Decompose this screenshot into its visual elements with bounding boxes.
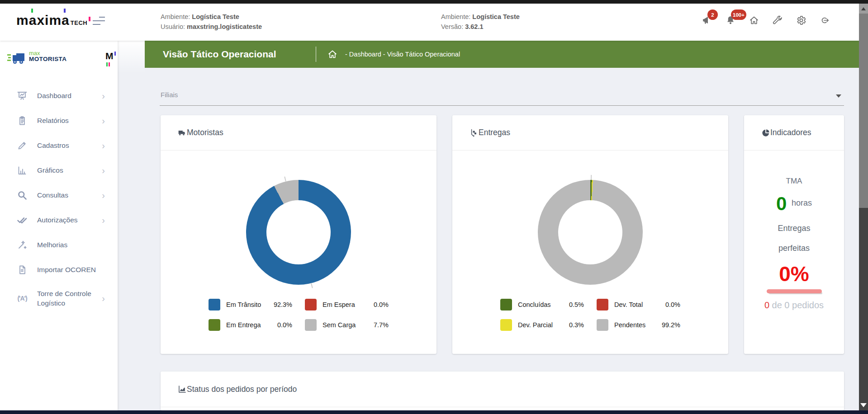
legend-swatch [209, 299, 220, 310]
search-icon [16, 189, 28, 201]
usuario-label: Usuário: [161, 23, 185, 30]
clipboard-icon [16, 115, 28, 127]
wrench-icon [772, 15, 783, 26]
filiais-select[interactable]: Filiais [160, 85, 844, 106]
sidebar-logo: max MOTORISTA M [0, 41, 118, 80]
scrollbar-thumb[interactable] [859, 14, 868, 208]
gear-icon [796, 15, 806, 26]
dropdown-caret-icon [836, 94, 841, 98]
scroll-down-arrow-icon[interactable] [860, 403, 867, 407]
indicadores-body: TMA 0 horas Entregas perfeitas 0% 0 de 0… [744, 151, 844, 310]
chevron-right-icon: › [102, 294, 105, 303]
breadcrumb: - Dashboard - Visão Tático Operacional [345, 51, 460, 58]
home-icon [749, 15, 759, 26]
entregas-title: Entregas [479, 128, 510, 137]
area-chart-icon [178, 385, 187, 394]
perfect-deliveries-percent: 0% [744, 263, 844, 284]
entregas-legend: Concluídas 0.5% Dev. Total 0.0% Dev. Par… [452, 299, 728, 331]
magic-wand-icon [16, 239, 28, 251]
chevron-right-icon: › [102, 116, 105, 125]
dashboard-icon [16, 90, 28, 102]
sidebar: max MOTORISTA M Dashboard › Relatórios ›… [0, 41, 118, 410]
content-gap [118, 41, 145, 73]
settings-button[interactable] [794, 14, 808, 27]
truck-icon [178, 128, 187, 137]
legend-item: Dev. Total 0.0% [597, 299, 680, 310]
chevron-right-icon: › [102, 191, 105, 200]
indicadores-title: Indicadores [770, 128, 811, 137]
legend-item: Em Espera 0.0% [305, 299, 389, 310]
environment-info-left: Ambiente: Logística Teste Usuário: maxst… [161, 12, 262, 32]
home-button[interactable] [747, 14, 761, 27]
indicadores-card-header: Indicadores [744, 115, 844, 151]
header-action-icons: 2 100+ [700, 14, 841, 27]
ambiente-label: Ambiente: [161, 13, 190, 20]
double-check-icon [16, 214, 28, 226]
sidebar-item-cadastros[interactable]: Cadastros › [0, 133, 118, 158]
sidebar-item-relatorios[interactable]: Relatórios › [0, 108, 118, 133]
motoristas-card: Motoristas Em Trânsito 92.3% Em Espera 0… [161, 115, 436, 354]
status-title: Status dos pedidos por período [187, 385, 297, 394]
donut-tick [591, 175, 592, 180]
orders-footer: 0 de 0 pedidos [744, 300, 844, 310]
announcements-badge: 2 [707, 9, 718, 20]
motoristas-legend: Em Trânsito 92.3% Em Espera 0.0% Em Entr… [161, 299, 436, 331]
sidebar-item-torre-de-controle[interactable]: ('A') Torre de Controle Logístico › [0, 282, 118, 315]
legend-item: Dev. Parcial 0.3% [500, 319, 584, 331]
usuario-value: maxstring.logisticateste [187, 23, 262, 30]
titlebar-divider [316, 47, 316, 62]
chevron-right-icon: › [102, 166, 105, 175]
ambiente-label-2: Ambiente: [441, 13, 470, 20]
progress-bar [767, 289, 822, 293]
announcements-button[interactable]: 2 [700, 14, 714, 27]
page-title: Visão Tático Operacional [163, 49, 316, 60]
legend-item: Em Trânsito 92.3% [209, 299, 292, 310]
sidebar-item-melhorias[interactable]: Melhorias [0, 232, 118, 257]
metric-line-perfeitas: perfeitas [744, 244, 844, 253]
legend-item: Sem Carga 7.7% [305, 319, 389, 331]
entregas-donut-chart [538, 180, 643, 285]
pencil-icon [16, 140, 28, 151]
ambiente-value: Logística Teste [192, 13, 239, 20]
vertical-scrollbar[interactable] [859, 4, 868, 410]
legend-item: Em Entrega 0.0% [209, 319, 292, 331]
versao-value: 3.62.1 [465, 23, 483, 30]
app-header: maxima TECH Ambiente: Logística Teste Us… [0, 4, 859, 41]
legend-swatch [500, 319, 512, 331]
ambiente-value-2: Logística Teste [472, 13, 519, 20]
scroll-up-button[interactable] [859, 4, 868, 14]
window-bottom-strip [0, 410, 868, 414]
sidebar-item-dashboard[interactable]: Dashboard › [0, 83, 118, 108]
donut-tick [284, 177, 286, 182]
environment-info-right: Ambiente: Logística Teste Versão: 3.62.1 [441, 12, 520, 32]
entregas-card-header: Entregas [452, 115, 728, 151]
motoristas-title: Motoristas [187, 128, 223, 137]
motoristas-donut-chart [246, 180, 351, 285]
notifications-button[interactable]: 100+ [724, 14, 737, 27]
status-card-header: Status dos pedidos por período [161, 372, 844, 407]
delivery-dolly-icon [470, 128, 479, 137]
tma-value-row: 0 horas [744, 193, 844, 215]
antenna-icon: ('A') [16, 292, 28, 304]
sidebar-item-consultas[interactable]: Consultas › [0, 183, 118, 207]
logout-button[interactable] [818, 14, 831, 27]
chevron-right-icon: › [102, 141, 105, 150]
logo-tech-label: TECH [71, 19, 87, 27]
tools-button[interactable] [771, 14, 784, 27]
breadcrumb-home-icon[interactable] [327, 49, 338, 60]
sidebar-item-importar-ocoren[interactable]: Importar OCOREN [0, 257, 118, 282]
logout-icon [819, 15, 830, 26]
legend-swatch [597, 319, 608, 331]
metric-line-entregas: Entregas [744, 224, 844, 233]
truck-logo-icon [7, 51, 27, 67]
legend-item: Concluídas 0.5% [500, 299, 584, 310]
legend-swatch [597, 299, 608, 310]
legend-swatch [500, 299, 512, 310]
chevron-right-icon: › [102, 91, 105, 100]
sidebar-item-autorizacoes[interactable]: Autorizações › [0, 207, 118, 232]
chevron-right-icon: › [102, 216, 105, 225]
entregas-card: Entregas Concluídas 0.5% Dev. Total 0.0%… [452, 115, 728, 354]
sidebar-item-graficos[interactable]: Gráficos › [0, 158, 118, 183]
menu-toggle-icon[interactable] [93, 16, 105, 26]
legend-swatch [209, 319, 220, 331]
